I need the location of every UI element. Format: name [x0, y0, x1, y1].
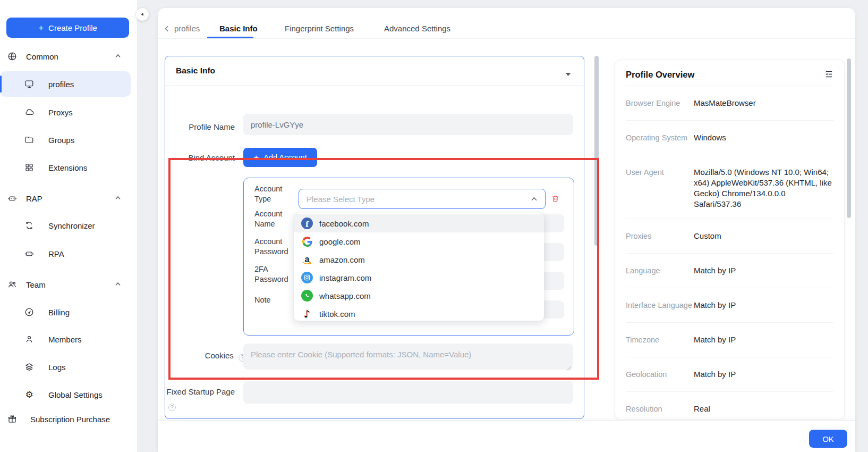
- sidebar-item-groups[interactable]: Groups: [0, 129, 131, 150]
- overview-row-value: Real: [694, 401, 833, 414]
- sidebar-item-label: Subscription Purchase: [30, 415, 110, 424]
- tiktok-icon: ♪: [301, 308, 313, 320]
- overview-row-label: Resolution: [626, 401, 694, 417]
- sidebar-section-rap[interactable]: RAP: [0, 188, 131, 209]
- robot-icon: [7, 194, 17, 203]
- sidebar-section-team[interactable]: Team: [0, 274, 131, 295]
- account-type-select[interactable]: Please Select Type: [299, 189, 546, 209]
- sidebar-item-label: RPA: [48, 249, 64, 258]
- cookies-textarea[interactable]: [243, 344, 573, 370]
- overview-row: Operating System Windows: [626, 121, 833, 155]
- tab-fingerprint-settings[interactable]: Fingerprint Settings: [285, 24, 354, 33]
- note-label: Note: [254, 295, 297, 305]
- basic-info-card-header[interactable]: Basic Info: [165, 56, 584, 86]
- chevron-up-icon: [115, 280, 121, 289]
- dropdown-option-whatsapp[interactable]: whatsapp.com: [294, 287, 544, 305]
- chevron-left-icon: [164, 25, 171, 32]
- robot-icon: [24, 249, 34, 258]
- sidebar-item-extensions[interactable]: Extensions: [0, 157, 131, 178]
- sidebar-item-billing[interactable]: Billing: [0, 302, 131, 323]
- sidebar-item-label: Synchronizer: [48, 221, 95, 230]
- tabbar-divider: [158, 38, 855, 39]
- gauge-icon: [24, 307, 34, 317]
- profile-overview-panel: Profile Overview Browser Engine MasMateB…: [615, 60, 845, 420]
- sidebar-item-label: Global Settings: [48, 390, 103, 399]
- ok-button[interactable]: OK: [809, 430, 847, 448]
- cookies-label-row: Cookies ?: [165, 350, 246, 362]
- collapse-caret-icon[interactable]: [565, 69, 571, 79]
- help-icon[interactable]: ?: [168, 404, 176, 411]
- overview-title: Profile Overview: [626, 70, 694, 80]
- back-to-profiles-link[interactable]: profiles: [164, 24, 200, 33]
- sidebar-item-label: Groups: [48, 136, 74, 145]
- dropdown-option-label: whatsapp.com: [319, 291, 371, 300]
- overview-row-value: Match by IP: [694, 366, 833, 380]
- overview-row-value: Mozilla/5.0 (Windows NT 10.0; Win64; x64…: [694, 164, 833, 210]
- sidebar-item-label: Extensions: [48, 163, 87, 172]
- amazon-icon: a: [301, 254, 313, 265]
- sidebar: + Create Profile Common profiles Proxys …: [0, 0, 137, 452]
- overview-row-label: Browser Engine: [626, 95, 694, 111]
- dropdown-option-tiktok[interactable]: ♪ tiktok.com: [294, 305, 544, 321]
- team-icon: [7, 280, 17, 289]
- add-account-label: Add Account: [263, 153, 307, 162]
- basic-info-card-title: Basic Info: [176, 66, 215, 76]
- plus-icon: +: [253, 153, 259, 162]
- triangle-left-icon: [140, 12, 145, 17]
- sidebar-item-members[interactable]: Members: [0, 329, 131, 350]
- overview-row-label: Interface Language: [626, 297, 694, 313]
- overview-row: Proxies Custom: [626, 219, 833, 254]
- profile-name-input[interactable]: [243, 114, 573, 135]
- sidebar-item-rpa[interactable]: RPA: [0, 243, 131, 264]
- overview-row-label: Language: [626, 263, 694, 279]
- instagram-icon: [301, 272, 313, 283]
- overview-row: Geolocation Match by IP: [626, 357, 833, 392]
- fixed-startup-page-input[interactable]: [243, 381, 573, 404]
- tab-basic-info[interactable]: Basic Info: [219, 24, 258, 33]
- create-profile-label: Create Profile: [48, 23, 97, 32]
- create-profile-button[interactable]: + Create Profile: [6, 18, 129, 38]
- sidebar-item-proxys[interactable]: Proxys: [0, 102, 131, 123]
- overview-row-label: Geolocation: [626, 366, 694, 382]
- folder-icon: [24, 135, 34, 145]
- grid-icon: [24, 163, 34, 172]
- overview-row-label: Operating System: [626, 130, 694, 146]
- account-type-placeholder: Please Select Type: [307, 195, 531, 204]
- profile-name-label: Profile Name: [165, 122, 235, 132]
- dropdown-option-facebook[interactable]: f facebook.com: [294, 214, 544, 232]
- bind-account-label: Bind Account: [165, 153, 235, 163]
- sidebar-item-logs[interactable]: Logs: [0, 356, 131, 378]
- sidebar-item-subscription-purchase[interactable]: Subscription Purchase: [0, 408, 131, 430]
- overview-row-value: MasMateBrowser: [694, 95, 833, 108]
- gear-icon: ⚙: [24, 390, 34, 399]
- sidebar-item-synchronizer[interactable]: Synchronizer: [0, 215, 131, 236]
- delete-account-button[interactable]: [551, 194, 560, 204]
- dropdown-option-label: instagram.com: [319, 273, 371, 282]
- overview-row-value: Match by IP: [694, 263, 833, 276]
- dropdown-option-instagram[interactable]: instagram.com: [294, 269, 544, 287]
- sidebar-item-profiles[interactable]: profiles: [0, 73, 131, 95]
- content-scrollbar[interactable]: [594, 56, 599, 246]
- resize-handle-icon[interactable]: [566, 363, 571, 373]
- panel-fold-icon[interactable]: [824, 70, 833, 81]
- dropdown-option-amazon[interactable]: a amazon.com: [294, 250, 544, 269]
- whatsapp-icon: [301, 290, 313, 302]
- cloud-icon: [24, 107, 34, 117]
- cookies-label: Cookies: [205, 351, 234, 360]
- sidebar-section-common[interactable]: Common: [0, 46, 131, 67]
- add-account-button[interactable]: + Add Account: [243, 148, 317, 167]
- tab-advanced-settings[interactable]: Advanced Settings: [384, 24, 450, 33]
- dropdown-option-google[interactable]: google.com: [294, 232, 544, 250]
- sidebar-item-label: profiles: [48, 80, 74, 89]
- panel-scrollbar[interactable]: [847, 58, 851, 218]
- sidebar-collapse-button[interactable]: [136, 8, 149, 21]
- sidebar-section-label: Common: [26, 52, 58, 61]
- overview-rows: Browser Engine MasMateBrowser Operating …: [615, 86, 844, 420]
- overview-row-value: Custom: [694, 228, 833, 241]
- gift-icon: [7, 414, 17, 424]
- sidebar-item-label: Proxys: [48, 108, 73, 117]
- 2fa-password-label: 2FA Password: [254, 264, 297, 284]
- sidebar-section-label: Team: [26, 280, 46, 289]
- chevron-up-icon: [115, 52, 121, 61]
- sidebar-item-global-settings[interactable]: ⚙ Global Settings: [0, 384, 131, 405]
